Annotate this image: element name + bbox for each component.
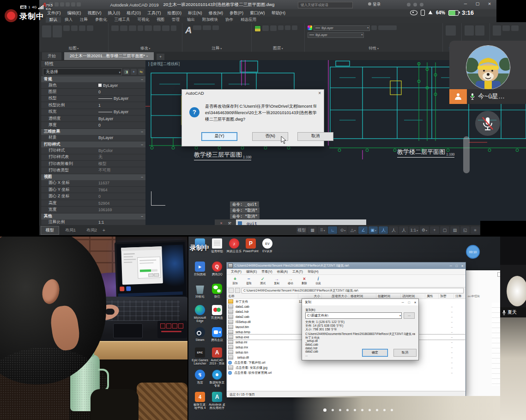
annotation-visibility-icon[interactable] bbox=[379, 226, 388, 234]
section-plot[interactable]: 打印样式 bbox=[41, 141, 146, 147]
copy-minimize-button[interactable] bbox=[402, 301, 404, 304]
modify-tool-icons[interactable] bbox=[109, 23, 182, 48]
menu-modify[interactable]: 修改(M) bbox=[206, 10, 227, 16]
copy-ok-button[interactable]: 确定 bbox=[362, 349, 388, 357]
desktop-icon-help[interactable]: 使用帮助 bbox=[209, 238, 225, 253]
col-attr[interactable]: 属性 bbox=[425, 294, 439, 298]
layout1-tab[interactable]: 布局1 bbox=[60, 226, 80, 234]
model-space-toggle[interactable]: 模型 bbox=[296, 226, 307, 234]
extract-button[interactable]: 提取 bbox=[242, 277, 255, 286]
ribbon-tab-visualize[interactable]: 可视化 bbox=[134, 17, 153, 23]
participant-card[interactable] bbox=[449, 41, 526, 89]
polar-tracking-icon[interactable] bbox=[338, 226, 347, 234]
test-button[interactable]: 测试 bbox=[256, 277, 269, 286]
ribbon-tab-output[interactable]: 输出 bbox=[183, 17, 199, 23]
ortho-toggle-icon[interactable] bbox=[328, 226, 337, 234]
close-button[interactable] bbox=[484, 0, 496, 8]
desktop-icon-autocad[interactable]: AutoCAD 2019 - 简体中文 bbox=[209, 347, 225, 366]
navigation-bar[interactable] bbox=[463, 136, 470, 173]
quick-select-icon[interactable] bbox=[138, 69, 144, 75]
desktop-icon-powerpoint[interactable]: PowerPoint bbox=[242, 238, 259, 253]
menu-parametric[interactable]: 参数(P) bbox=[226, 10, 247, 16]
layout2-tab[interactable]: 布局2 bbox=[82, 226, 102, 234]
new-layout-button[interactable] bbox=[103, 228, 105, 233]
file-tab-start[interactable]: 开始 bbox=[42, 52, 61, 60]
col-comment[interactable]: 注释 bbox=[454, 294, 471, 298]
dialog-close-icon[interactable] bbox=[318, 91, 321, 96]
menu-format[interactable]: 格式(O) bbox=[123, 10, 144, 16]
archive-menu-file[interactable]: 文件(F) bbox=[229, 269, 244, 274]
file-tab-document[interactable]: 20土木一班20201...教学楼二三层平面图* bbox=[64, 52, 154, 60]
menu-window[interactable]: 窗口(W) bbox=[247, 10, 268, 16]
menu-help[interactable]: 帮助(H) bbox=[268, 10, 289, 16]
col-accessed[interactable]: 访问时间 bbox=[401, 294, 425, 298]
selection-dropdown[interactable]: 无选择 bbox=[43, 68, 122, 75]
isolate-objects-icon[interactable] bbox=[440, 226, 449, 234]
desktop-icon-epic[interactable]: Epic Games Launcher bbox=[192, 347, 208, 365]
select-objects-icon[interactable] bbox=[131, 69, 137, 75]
ribbon-tab-featured[interactable]: 精选应用 bbox=[237, 17, 260, 23]
properties-tool-icons[interactable]: ByLayer ByLayer bbox=[305, 23, 442, 48]
toggle-pickadd-icon[interactable] bbox=[123, 69, 129, 75]
linetype-dropdown[interactable]: ByLayer bbox=[308, 32, 364, 38]
hardware-accel-icon[interactable] bbox=[450, 226, 459, 234]
customization-gear-icon[interactable] bbox=[420, 226, 429, 234]
cancel-button[interactable]: 取消 bbox=[297, 132, 333, 141]
ribbon-panel-modify[interactable]: 修改 bbox=[109, 23, 182, 52]
ribbon-tab-home[interactable]: 默认 bbox=[46, 17, 61, 23]
desktop-icon-controlpanel[interactable]: 控制面板 bbox=[192, 262, 208, 276]
ribbon-panel-layers[interactable]: 图层 bbox=[252, 23, 305, 52]
desktop-icon-edge[interactable]: Microsoft Edge bbox=[192, 305, 208, 323]
menu-edit[interactable]: 编辑(E) bbox=[64, 10, 85, 16]
ribbon-panel-annotation[interactable]: 注释 bbox=[182, 23, 252, 52]
isometric-icon[interactable] bbox=[348, 226, 357, 234]
delete-button[interactable]: 删除 bbox=[298, 277, 311, 286]
col-packed[interactable]: 压缩后大小 bbox=[322, 294, 349, 298]
file-row[interactable]: 点击查看: 安装步骤.jpg bbox=[227, 365, 466, 370]
viewport-controls[interactable]: [-][俯视][二维线框] bbox=[148, 61, 180, 67]
draw-tool-icons[interactable] bbox=[39, 23, 108, 48]
yes-button[interactable]: 是(Y) bbox=[201, 132, 237, 141]
ribbon-tab-insert[interactable]: 插入 bbox=[61, 17, 76, 23]
menu-dimension[interactable]: 标注(N) bbox=[185, 10, 206, 16]
object-snap-icon[interactable] bbox=[369, 226, 378, 234]
desktop-icon-thunder[interactable]: 迅雷 bbox=[192, 370, 208, 384]
destination-combo[interactable]: C:\新建文件夹\ bbox=[305, 312, 402, 319]
menu-view[interactable]: 视图(V) bbox=[85, 10, 105, 16]
autoscale-icon[interactable] bbox=[389, 226, 398, 234]
object-snap-tracking-icon[interactable] bbox=[358, 226, 368, 234]
section-3d[interactable]: 三维效果 bbox=[41, 129, 146, 135]
annotation-tool-icons[interactable] bbox=[182, 23, 251, 48]
up-folder-icon[interactable] bbox=[229, 288, 234, 293]
info-button[interactable]: 信息 bbox=[312, 277, 325, 286]
maximize-button[interactable] bbox=[472, 0, 484, 8]
ribbon-tab-view[interactable]: 视图 bbox=[153, 17, 168, 23]
desktop-icon-datafrog[interactable]: 数据蛙恢复专家 bbox=[209, 370, 225, 388]
archive-menu-favorites[interactable]: 收藏(A) bbox=[275, 269, 290, 274]
archive-menu-view[interactable]: 查看(V) bbox=[259, 269, 274, 274]
desktop-icon-recycle[interactable]: 回收站 bbox=[192, 284, 208, 298]
search-input[interactable]: 键入关键字或短语 bbox=[298, 2, 353, 8]
mute-mic-button[interactable] bbox=[475, 111, 500, 136]
ribbon-tab-collaborate[interactable]: 协作 bbox=[222, 17, 237, 23]
desktop-icon-wechat[interactable]: 微信 bbox=[209, 284, 225, 298]
col-name[interactable]: 名称 bbox=[227, 294, 298, 298]
copy-button[interactable]: 复制 bbox=[270, 277, 283, 286]
add-button[interactable]: 添加 bbox=[229, 277, 242, 286]
color-dropdown[interactable]: ByLayer bbox=[314, 25, 370, 31]
archive-menu-tools[interactable]: 工具(T) bbox=[290, 269, 305, 274]
copy-close-button[interactable] bbox=[414, 301, 416, 304]
page-indicator-dots[interactable] bbox=[323, 408, 393, 412]
ribbon-tab-3dtools[interactable]: 三维工具 bbox=[111, 17, 134, 23]
file-row[interactable]: 点击查看: 下载声明.url bbox=[227, 360, 466, 365]
section-general[interactable]: 常规 bbox=[41, 76, 146, 82]
desktop-icon-netease[interactable]: 网易云音乐 bbox=[226, 238, 242, 253]
new-tab-button[interactable] bbox=[157, 54, 164, 60]
section-misc[interactable]: 其他 bbox=[41, 213, 146, 219]
ribbon-tab-parametric[interactable]: 参数化 bbox=[91, 17, 111, 23]
desktop-icon-steam[interactable]: Steam bbox=[192, 327, 208, 341]
add-status-icon[interactable] bbox=[430, 226, 439, 234]
status-menu-icon[interactable] bbox=[471, 226, 480, 234]
titlebar-extra-icons[interactable] bbox=[404, 2, 423, 7]
archive-maximize-button[interactable] bbox=[456, 264, 458, 268]
